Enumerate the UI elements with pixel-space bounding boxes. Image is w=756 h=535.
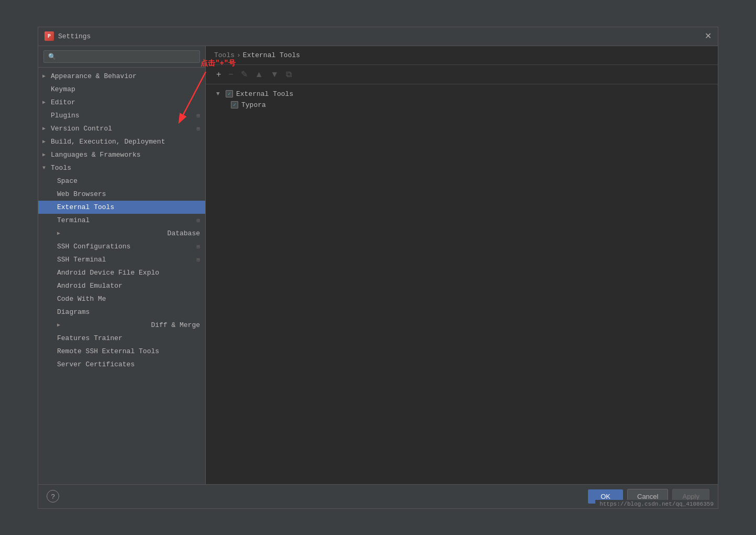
- remove-button[interactable]: −: [226, 69, 235, 80]
- sidebar-item-label: Android Device File Explo: [57, 269, 159, 277]
- tree-child-typora[interactable]: ✓ Typora: [229, 100, 709, 111]
- sidebar-item-editor[interactable]: ▶ Editor: [38, 96, 205, 109]
- tree-node-label: External Tools: [236, 90, 293, 98]
- dialog-title: Settings: [58, 32, 91, 40]
- sidebar-item-label: Editor: [51, 99, 75, 106]
- sidebar-item-ssh-terminal[interactable]: SSH Terminal ⊞: [38, 253, 205, 266]
- chevron-right-icon: ▶: [42, 151, 49, 158]
- sidebar-item-label: Space: [57, 177, 77, 185]
- sidebar-item-label: Keymap: [51, 85, 75, 93]
- sidebar-item-remote-ssh[interactable]: Remote SSH External Tools: [38, 345, 205, 358]
- sidebar-item-external-tools[interactable]: External Tools: [38, 201, 205, 214]
- sidebar-item-web-browsers[interactable]: Web Browsers: [38, 188, 205, 201]
- sidebar-item-build[interactable]: ▶ Build, Execution, Deployment: [38, 135, 205, 148]
- grid-icon: ⊞: [196, 217, 200, 224]
- url-bar: https://blog.csdn.net/qq_41086359: [595, 500, 718, 508]
- sidebar-item-plugins[interactable]: Plugins ⊞: [38, 109, 205, 122]
- sidebar-item-label: Tools: [51, 164, 71, 172]
- sidebar-item-android-emulator[interactable]: Android Emulator: [38, 279, 205, 292]
- breadcrumb-current: External Tools: [243, 51, 300, 59]
- chevron-down-icon: ▼: [216, 91, 223, 97]
- app-icon: P: [45, 31, 54, 41]
- sidebar-item-languages[interactable]: ▶ Languages & Frameworks: [38, 148, 205, 161]
- sidebar-item-label: Features Trainer: [57, 334, 123, 342]
- sidebar-item-features-trainer[interactable]: Features Trainer: [38, 332, 205, 345]
- tree-area: ▼ ✓ External Tools ✓ Typora: [206, 84, 718, 484]
- toolbar: + − ✎ ▲ ▼ ⧉: [206, 65, 718, 84]
- sidebar-item-code-with-me[interactable]: Code With Me: [38, 292, 205, 305]
- sidebar-item-diagrams[interactable]: Diagrams: [38, 305, 205, 319]
- sidebar-item-label: Android Emulator: [57, 282, 123, 290]
- sidebar-item-space[interactable]: Space: [38, 174, 205, 188]
- grid-icon: ⊞: [196, 256, 200, 263]
- chevron-right-icon: ▶: [42, 138, 49, 145]
- sidebar-item-label: SSH Terminal: [57, 256, 106, 264]
- sidebar-item-diff-merge[interactable]: ▶ Diff & Merge: [38, 319, 205, 332]
- chevron-right-icon: ▶: [42, 73, 49, 79]
- sidebar-item-ssh-configurations[interactable]: SSH Configurations ⊞: [38, 240, 205, 253]
- sidebar-item-server-certificates[interactable]: Server Certificates: [38, 358, 205, 371]
- breadcrumb-separator: ›: [237, 51, 241, 59]
- sidebar-item-label: Terminal: [57, 216, 90, 224]
- sidebar-item-label: Database: [168, 230, 200, 237]
- breadcrumb: Tools › External Tools: [206, 46, 718, 65]
- sidebar-item-label: Server Certificates: [57, 361, 135, 368]
- copy-button[interactable]: ⧉: [284, 69, 294, 80]
- sidebar-item-version-control[interactable]: ▶ Version Control ⊞: [38, 122, 205, 135]
- sidebar-item-android-device[interactable]: Android Device File Explo: [38, 266, 205, 279]
- sidebar-item-label: Diagrams: [57, 308, 90, 316]
- settings-dialog: P Settings ✕ ▶ Appearance & Behavior Key…: [38, 27, 718, 509]
- grid-icon: ⊞: [196, 243, 200, 250]
- dialog-content: ▶ Appearance & Behavior Keymap ▶ Editor …: [38, 46, 718, 484]
- close-button[interactable]: ✕: [705, 32, 711, 40]
- chevron-right-icon: ▶: [42, 99, 49, 105]
- sidebar-item-label: Appearance & Behavior: [51, 72, 137, 80]
- search-input[interactable]: [43, 50, 200, 63]
- help-button[interactable]: ?: [47, 490, 59, 503]
- sidebar-item-database[interactable]: ▶ Database: [38, 227, 205, 240]
- main-panel: Tools › External Tools + − ✎ ▲ ▼ ⧉ ▼ ✓ E…: [206, 46, 718, 484]
- sidebar-item-label: Code With Me: [57, 295, 106, 303]
- sidebar-item-label: Remote SSH External Tools: [57, 347, 159, 355]
- title-bar-left: P Settings: [45, 31, 91, 41]
- add-button[interactable]: +: [214, 69, 223, 80]
- search-box: [38, 46, 205, 68]
- chevron-right-icon: ▶: [57, 322, 60, 328]
- sidebar-item-keymap[interactable]: Keymap: [38, 83, 205, 96]
- checkbox-external-tools[interactable]: ✓: [226, 90, 233, 97]
- sidebar-item-label: Diff & Merge: [151, 321, 200, 329]
- sidebar-item-label: Version Control: [51, 125, 112, 133]
- title-bar: P Settings ✕: [38, 27, 718, 46]
- move-down-button[interactable]: ▼: [269, 69, 281, 80]
- grid-icon: ⊞: [196, 125, 200, 132]
- tree-child-label: Typora: [241, 101, 266, 109]
- sidebar-item-appearance[interactable]: ▶ Appearance & Behavior: [38, 70, 205, 83]
- edit-button[interactable]: ✎: [239, 69, 250, 80]
- sidebar: ▶ Appearance & Behavior Keymap ▶ Editor …: [38, 46, 206, 484]
- tree-node-external-tools[interactable]: ▼ ✓ External Tools: [214, 89, 709, 100]
- sidebar-item-label: Languages & Frameworks: [51, 151, 141, 159]
- sidebar-item-label: Web Browsers: [57, 190, 106, 198]
- checkbox-typora[interactable]: ✓: [231, 101, 238, 108]
- sidebar-item-label: SSH Configurations: [57, 243, 130, 250]
- chevron-down-icon: ▼: [42, 165, 49, 171]
- nav-list: ▶ Appearance & Behavior Keymap ▶ Editor …: [38, 68, 205, 484]
- chevron-right-icon: ▶: [57, 230, 60, 236]
- chevron-right-icon: ▶: [42, 125, 49, 132]
- sidebar-item-terminal[interactable]: Terminal ⊞: [38, 214, 205, 227]
- grid-icon: ⊞: [196, 112, 200, 119]
- move-up-button[interactable]: ▲: [253, 69, 265, 80]
- sidebar-item-label: Build, Execution, Deployment: [51, 138, 165, 146]
- sidebar-item-tools[interactable]: ▼ Tools: [38, 161, 205, 174]
- sidebar-item-label: External Tools: [57, 203, 114, 211]
- sidebar-item-label: Plugins: [51, 112, 80, 119]
- breadcrumb-parent: Tools: [214, 51, 235, 59]
